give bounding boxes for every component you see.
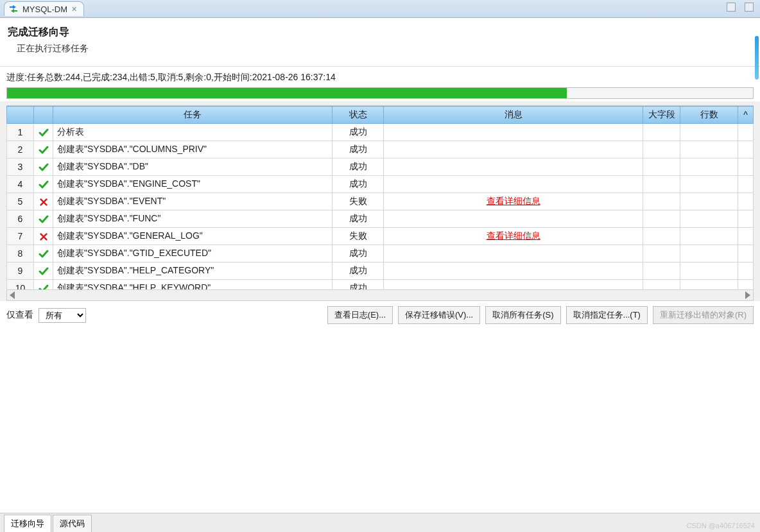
error-icon (34, 228, 53, 245)
col-header-icon[interactable] (34, 107, 53, 124)
status-cell: 成功 (332, 210, 384, 228)
table-row[interactable]: 4创建表"SYSDBA"."ENGINE_COST"成功 (7, 176, 754, 193)
row-number: 8 (7, 245, 34, 262)
rows-cell (680, 245, 738, 262)
status-cell: 成功 (332, 176, 384, 193)
tab-bar: MYSQL-DM ✕ (0, 0, 760, 18)
rows-cell (680, 210, 738, 228)
detail-link[interactable]: 查看详细信息 (487, 230, 540, 241)
bottom-tab-wizard[interactable]: 迁移向导 (4, 515, 51, 532)
table-row[interactable]: 2创建表"SYSDBA"."COLUMNS_PRIV"成功 (7, 141, 754, 159)
row-number: 7 (7, 228, 34, 245)
bigfield-cell (643, 193, 680, 210)
table-row[interactable]: 3创建表"SYSDBA"."DB"成功 (7, 159, 754, 176)
bigfield-cell (643, 245, 680, 262)
blank-area (0, 329, 760, 513)
message-cell: 查看详细信息 (384, 193, 643, 210)
task-table: 任务 状态 消息 大字段 行数 ^ 1分析表成功2创建表"SYSDBA"."CO… (6, 106, 754, 289)
check-icon (34, 159, 53, 176)
horizontal-scrollbar[interactable] (6, 289, 754, 301)
rows-cell (680, 159, 738, 176)
page-subtitle: 正在执行迁移任务 (8, 43, 752, 55)
table-row[interactable]: 7创建表"SYSDBA"."GENERAL_LOG"失败查看详细信息 (7, 228, 754, 245)
message-cell (384, 159, 643, 176)
retry-errors-button[interactable]: 重新迁移出错的对象(R) (653, 306, 754, 324)
table-row[interactable]: 10创建表"SYSDBA"."HELP_KEYWORD"成功 (7, 280, 754, 290)
cancel-selected-button[interactable]: 取消指定任务...(T) (566, 306, 648, 324)
task-cell: 创建表"SYSDBA"."ENGINE_COST" (53, 176, 332, 193)
task-cell: 创建表"SYSDBA"."FUNC" (53, 210, 332, 228)
col-header-rows[interactable]: 行数 (680, 107, 738, 124)
check-icon (34, 141, 53, 159)
bigfield-cell (643, 262, 680, 280)
col-header-status[interactable]: 状态 (332, 107, 384, 124)
scroll-gutter-cell (738, 245, 754, 262)
col-header-num[interactable] (7, 107, 34, 124)
status-cell: 成功 (332, 159, 384, 176)
rows-cell (680, 124, 738, 141)
task-cell: 创建表"SYSDBA"."HELP_KEYWORD" (53, 280, 332, 290)
table-row[interactable]: 1分析表成功 (7, 124, 754, 141)
watermark: CSDN @a406716524 (686, 522, 755, 529)
progress-section: 进度:任务总数:244,已完成:234,出错:5,取消:5,剩余:0,开始时间:… (0, 67, 760, 101)
table-row[interactable]: 5创建表"SYSDBA"."EVENT"失败查看详细信息 (7, 193, 754, 210)
decorative-accent (755, 36, 759, 80)
task-cell: 创建表"SYSDBA"."GTID_EXECUTED" (53, 245, 332, 262)
scroll-gutter-cell (738, 210, 754, 228)
col-header-bigfield[interactable]: 大字段 (643, 107, 680, 124)
window-controls (727, 3, 754, 12)
rows-cell (680, 176, 738, 193)
check-icon (34, 124, 53, 141)
rows-cell (680, 193, 738, 210)
task-cell: 分析表 (53, 124, 332, 141)
bottom-bar: 迁移向导 源代码 CSDN @a406716524 (0, 513, 760, 532)
scroll-gutter-cell (738, 141, 754, 159)
message-cell (384, 124, 643, 141)
scroll-gutter-cell (738, 193, 754, 210)
status-cell: 成功 (332, 245, 384, 262)
minimize-button[interactable] (727, 3, 736, 12)
check-icon (34, 280, 53, 290)
task-table-wrap: 任务 状态 消息 大字段 行数 ^ 1分析表成功2创建表"SYSDBA"."CO… (6, 105, 754, 289)
bigfield-cell (643, 176, 680, 193)
task-cell: 创建表"SYSDBA"."EVENT" (53, 193, 332, 210)
row-number: 9 (7, 262, 34, 280)
cancel-all-button[interactable]: 取消所有任务(S) (485, 306, 560, 324)
table-row[interactable]: 9创建表"SYSDBA"."HELP_CATEGORY"成功 (7, 262, 754, 280)
row-number: 10 (7, 280, 34, 290)
col-header-task[interactable]: 任务 (53, 107, 332, 124)
bigfield-cell (643, 124, 680, 141)
row-number: 2 (7, 141, 34, 159)
col-header-scroll[interactable]: ^ (738, 107, 754, 124)
progress-fill (7, 88, 567, 98)
scroll-gutter-cell (738, 176, 754, 193)
filter-label: 仅查看 (6, 309, 33, 321)
detail-link[interactable]: 查看详细信息 (487, 196, 540, 206)
bigfield-cell (643, 280, 680, 290)
maximize-button[interactable] (745, 3, 754, 12)
editor-tab[interactable]: MYSQL-DM ✕ (4, 1, 84, 16)
table-row[interactable]: 8创建表"SYSDBA"."GTID_EXECUTED"成功 (7, 245, 754, 262)
table-row[interactable]: 6创建表"SYSDBA"."FUNC"成功 (7, 210, 754, 228)
status-cell: 成功 (332, 141, 384, 159)
editor-tab-label: MYSQL-DM (22, 4, 67, 14)
save-errors-button[interactable]: 保存迁移错误(V)... (398, 306, 480, 324)
col-header-msg[interactable]: 消息 (384, 107, 643, 124)
check-icon (34, 176, 53, 193)
status-cell: 成功 (332, 124, 384, 141)
message-cell (384, 262, 643, 280)
close-tab-icon[interactable]: ✕ (71, 5, 77, 13)
status-cell: 失败 (332, 228, 384, 245)
bottom-tab-source[interactable]: 源代码 (53, 515, 92, 532)
scroll-gutter-cell (738, 124, 754, 141)
message-cell (384, 280, 643, 290)
scroll-gutter-cell (738, 262, 754, 280)
status-cell: 成功 (332, 280, 384, 290)
row-number: 4 (7, 176, 34, 193)
bigfield-cell (643, 141, 680, 159)
scroll-gutter-cell (738, 159, 754, 176)
view-log-button[interactable]: 查看日志(E)... (327, 306, 393, 324)
message-cell (384, 176, 643, 193)
page-header: 完成迁移向导 正在执行迁移任务 (0, 18, 760, 67)
filter-select[interactable]: 所有 (39, 308, 86, 323)
